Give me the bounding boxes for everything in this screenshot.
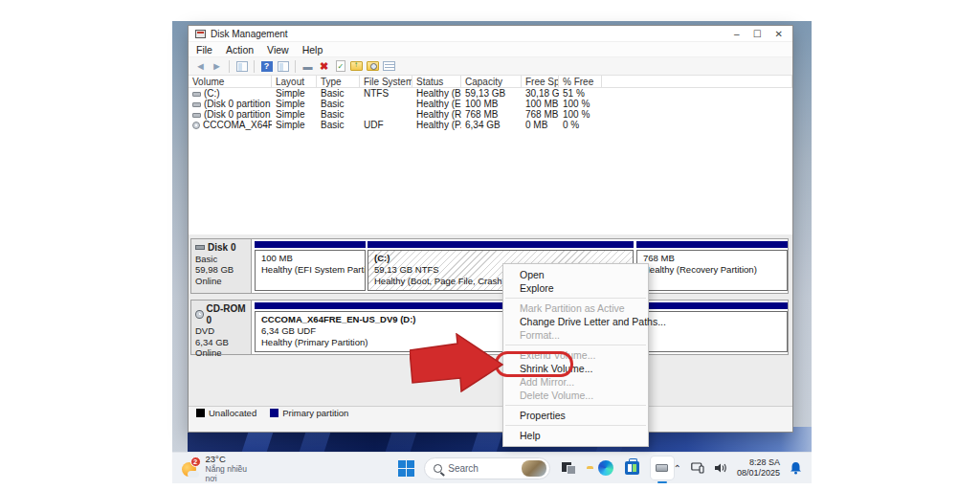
disk0-kind: Basic [195,254,251,265]
disk0-row: Disk 0 Basic 59,98 GB Online 100 MB Heal… [190,238,789,294]
menu-item-explore[interactable]: Explore [503,281,648,295]
show-hide-pane-icon[interactable] [278,61,289,72]
details-view-icon[interactable] [383,61,395,71]
column-volume[interactable]: Volume [189,76,272,88]
edge-browser-icon[interactable] [598,460,613,476]
menu-file[interactable]: File [196,44,212,56]
maximize-button[interactable]: ☐ [753,29,762,39]
search-placeholder: Search [448,463,521,474]
menu-view[interactable]: View [267,44,289,56]
column-type[interactable]: Type [317,76,360,88]
window-title: Disk Management [211,29,288,39]
red-highlight-ellipse [495,351,573,377]
minimize-button[interactable]: – [734,29,740,39]
legend-primary-partition: Primary partition [270,408,348,418]
toolbar-separator [295,60,296,73]
folder-search-icon[interactable] [367,61,379,71]
disk-icon [195,245,205,250]
console-window-icon[interactable] [236,61,248,72]
menu-item-add-mirror: Add Mirror... [503,375,648,389]
volume-icon [192,92,201,97]
legend-unallocated: Unallocated [196,408,256,418]
desktop-background: Disk Management – ☐ ✕ File Action View H… [172,21,812,483]
taskbar-clock[interactable]: 8:28 SA 08/01/2025 [737,457,780,479]
menu-item-properties[interactable]: Properties [503,409,648,422]
toolbar-separator [254,60,255,73]
title-bar[interactable]: Disk Management – ☐ ✕ [189,26,792,42]
red-arrow-annotation [410,333,505,392]
menu-separator [505,345,646,345]
clock-date: 08/01/2025 [737,468,780,479]
cdrom-info-box[interactable]: CD-ROM 0 DVD 6,34 GB Online [191,301,252,354]
window-footer [189,419,792,432]
clock-time: 8:28 SA [737,457,780,468]
table-row[interactable]: (C:) Simple Basic NTFS Healthy (B... 59,… [189,88,792,99]
weather-caption: Nắng nhiều nơi [206,464,257,483]
table-row[interactable]: (Disk 0 partition 4) Simple Basic Health… [189,109,792,120]
unallocated-swatch [196,409,205,417]
system-tray: ⌃ 8:28 SA 08/01/2025 [674,457,812,479]
table-row[interactable]: (Disk 0 partition 1) Simple Basic Health… [189,99,792,109]
toolbar: ◄ ► ? ▬ ✖ [189,57,792,76]
search-icon [434,464,442,473]
delete-volume-icon[interactable]: ✖ [318,60,330,73]
rescan-icon[interactable]: ▬ [301,60,314,73]
column-free-space[interactable]: Free Spa... [522,76,559,88]
close-button[interactable]: ✕ [775,29,783,39]
menu-item-mark-partition-active: Mark Partition as Active [503,301,648,315]
cdrom-kind: DVD [195,325,251,337]
recovery-partition[interactable]: 768 MB Healthy (Recovery Partition) [636,241,788,293]
taskbar: 2 23°C Nắng nhiều nơi Search [172,452,812,483]
menu-action[interactable]: Action [226,44,254,56]
disk-management-taskbar-icon-active[interactable] [651,457,674,479]
notification-bell-icon[interactable] [790,461,802,475]
task-view-button[interactable] [562,462,575,475]
menu-bar: File Action View Help [189,42,792,57]
cd-volume-icon [192,122,200,129]
search-box[interactable]: Search [424,457,549,479]
column-capacity[interactable]: Capacity [461,76,522,88]
table-row[interactable]: CCCOMA_X64FRE... Simple Basic UDF Health… [189,120,792,130]
cdrom-size: 6,34 GB [195,337,251,348]
legend-bar: Unallocated Primary partition [189,406,792,419]
notification-count-badge: 2 [190,457,201,467]
primary-partition-swatch [270,409,278,417]
column-status[interactable]: Status [412,76,461,88]
start-button[interactable] [398,460,414,477]
forward-arrow-icon[interactable]: ► [211,60,223,73]
menu-item-open[interactable]: Open [503,268,648,281]
volume-icon [192,113,201,118]
volume-list-header[interactable]: Volume Layout Type File System Status Ca… [189,76,792,88]
column-pct-free[interactable]: % Free [559,76,602,88]
partition-color-strip [368,241,634,248]
tray-chevron-up-icon[interactable]: ⌃ [674,463,681,474]
properties-check-icon[interactable] [336,60,345,72]
efi-partition[interactable]: 100 MB Healthy (EFI System Partition) [255,241,366,293]
help-icon[interactable]: ? [261,61,273,72]
toolbar-separator [229,60,230,73]
menu-item-change-drive-letter[interactable]: Change Drive Letter and Paths... [503,315,648,328]
column-layout[interactable]: Layout [272,76,317,88]
menu-item-format: Format... [503,328,648,342]
weather-widget[interactable]: 2 23°C Nắng nhiều nơi [182,454,256,483]
menu-item-help[interactable]: Help [503,429,648,442]
column-filler [602,76,792,88]
disk0-size: 59,98 GB [195,264,251,276]
cd-rom-icon [195,310,204,319]
menu-help[interactable]: Help [302,44,323,56]
search-highlight-image[interactable] [522,460,546,477]
screenshot-root: Disk Management – ☐ ✕ File Action View H… [0,0,980,490]
folder-up-icon[interactable] [350,61,363,71]
menu-separator [505,425,646,426]
microsoft-store-icon[interactable] [625,461,639,475]
speaker-icon[interactable] [714,462,727,474]
column-file-system[interactable]: File System [360,76,412,88]
menu-separator [505,405,646,406]
partition-color-strip [636,241,788,248]
volume-icon [192,102,201,107]
volume-list: Volume Layout Type File System Status Ca… [189,76,792,234]
back-arrow-icon[interactable]: ◄ [194,60,207,73]
network-display-icon[interactable] [691,462,704,474]
weather-temperature: 23°C [206,454,257,464]
disk0-info-box[interactable]: Disk 0 Basic 59,98 GB Online [191,239,252,293]
